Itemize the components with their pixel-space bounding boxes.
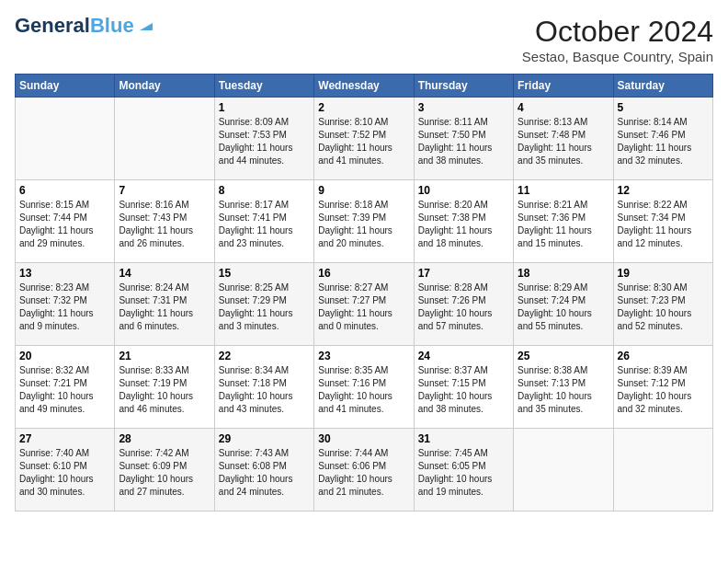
calendar-week-row: 20Sunrise: 8:32 AMSunset: 7:21 PMDayligh… bbox=[16, 346, 713, 429]
calendar-cell: 16Sunrise: 8:27 AMSunset: 7:27 PMDayligh… bbox=[314, 263, 414, 346]
day-info: Sunrise: 7:43 AMSunset: 6:08 PMDaylight:… bbox=[219, 447, 310, 499]
day-info: Sunrise: 7:44 AMSunset: 6:06 PMDaylight:… bbox=[318, 447, 409, 499]
day-number: 4 bbox=[518, 101, 609, 114]
day-number: 21 bbox=[119, 350, 210, 362]
day-number: 10 bbox=[418, 184, 509, 197]
calendar-cell: 18Sunrise: 8:29 AMSunset: 7:24 PMDayligh… bbox=[514, 263, 613, 346]
day-info: Sunrise: 8:30 AMSunset: 7:23 PMDaylight:… bbox=[618, 282, 709, 333]
day-info: Sunrise: 8:24 AMSunset: 7:31 PMDaylight:… bbox=[119, 282, 210, 333]
day-number: 31 bbox=[418, 432, 509, 445]
day-info: Sunrise: 8:35 AMSunset: 7:16 PMDaylight:… bbox=[318, 364, 409, 416]
calendar-week-row: 13Sunrise: 8:23 AMSunset: 7:32 PMDayligh… bbox=[16, 263, 713, 346]
day-header-wednesday: Wednesday bbox=[314, 75, 414, 98]
day-info: Sunrise: 8:25 AMSunset: 7:29 PMDaylight:… bbox=[219, 282, 310, 333]
day-header-sunday: Sunday bbox=[16, 75, 115, 98]
day-header-saturday: Saturday bbox=[613, 75, 712, 98]
day-info: Sunrise: 8:17 AMSunset: 7:41 PMDaylight:… bbox=[219, 199, 310, 250]
day-info: Sunrise: 8:11 AMSunset: 7:50 PMDaylight:… bbox=[418, 116, 509, 167]
day-number: 28 bbox=[119, 432, 210, 445]
day-info: Sunrise: 8:22 AMSunset: 7:34 PMDaylight:… bbox=[618, 199, 709, 250]
logo: GeneralBlue bbox=[15, 15, 156, 37]
day-info: Sunrise: 8:38 AMSunset: 7:13 PMDaylight:… bbox=[518, 364, 609, 416]
day-info: Sunrise: 8:20 AMSunset: 7:38 PMDaylight:… bbox=[418, 199, 509, 250]
calendar-cell: 17Sunrise: 8:28 AMSunset: 7:26 PMDayligh… bbox=[414, 263, 513, 346]
calendar-cell: 20Sunrise: 8:32 AMSunset: 7:21 PMDayligh… bbox=[16, 346, 115, 429]
svg-marker-0 bbox=[140, 23, 153, 30]
calendar-cell: 24Sunrise: 8:37 AMSunset: 7:15 PMDayligh… bbox=[414, 346, 513, 429]
logo-text: GeneralBlue bbox=[15, 15, 134, 37]
day-number: 14 bbox=[119, 267, 210, 280]
day-info: Sunrise: 7:42 AMSunset: 6:09 PMDaylight:… bbox=[119, 447, 210, 499]
day-info: Sunrise: 8:39 AMSunset: 7:12 PMDaylight:… bbox=[618, 364, 709, 416]
title-block: October 2024 Sestao, Basque Country, Spa… bbox=[522, 15, 713, 64]
calendar-cell: 5Sunrise: 8:14 AMSunset: 7:46 PMDaylight… bbox=[613, 98, 712, 180]
calendar-cell: 19Sunrise: 8:30 AMSunset: 7:23 PMDayligh… bbox=[613, 263, 712, 346]
day-number: 9 bbox=[318, 184, 409, 197]
location: Sestao, Basque Country, Spain bbox=[522, 49, 713, 64]
calendar-cell: 30Sunrise: 7:44 AMSunset: 6:06 PMDayligh… bbox=[314, 429, 414, 511]
day-number: 1 bbox=[219, 101, 310, 114]
day-info: Sunrise: 8:23 AMSunset: 7:32 PMDaylight:… bbox=[19, 282, 110, 333]
day-info: Sunrise: 8:10 AMSunset: 7:52 PMDaylight:… bbox=[318, 116, 409, 167]
day-info: Sunrise: 8:33 AMSunset: 7:19 PMDaylight:… bbox=[119, 364, 210, 416]
calendar-body: 1Sunrise: 8:09 AMSunset: 7:53 PMDaylight… bbox=[16, 98, 713, 511]
calendar-cell: 15Sunrise: 8:25 AMSunset: 7:29 PMDayligh… bbox=[214, 263, 313, 346]
day-info: Sunrise: 8:34 AMSunset: 7:18 PMDaylight:… bbox=[219, 364, 310, 416]
day-number: 27 bbox=[19, 432, 110, 445]
calendar-cell bbox=[613, 429, 712, 511]
day-number: 19 bbox=[618, 267, 709, 280]
calendar-cell: 11Sunrise: 8:21 AMSunset: 7:36 PMDayligh… bbox=[514, 180, 613, 263]
day-info: Sunrise: 8:09 AMSunset: 7:53 PMDaylight:… bbox=[219, 116, 310, 167]
calendar-cell: 28Sunrise: 7:42 AMSunset: 6:09 PMDayligh… bbox=[115, 429, 214, 511]
calendar-cell: 22Sunrise: 8:34 AMSunset: 7:18 PMDayligh… bbox=[214, 346, 313, 429]
day-number: 22 bbox=[219, 350, 310, 362]
calendar-cell: 14Sunrise: 8:24 AMSunset: 7:31 PMDayligh… bbox=[115, 263, 214, 346]
day-info: Sunrise: 8:18 AMSunset: 7:39 PMDaylight:… bbox=[318, 199, 409, 250]
day-number: 30 bbox=[318, 432, 409, 445]
day-info: Sunrise: 8:14 AMSunset: 7:46 PMDaylight:… bbox=[618, 116, 709, 167]
calendar-week-row: 6Sunrise: 8:15 AMSunset: 7:44 PMDaylight… bbox=[16, 180, 713, 263]
day-info: Sunrise: 8:21 AMSunset: 7:36 PMDaylight:… bbox=[518, 199, 609, 250]
day-info: Sunrise: 7:40 AMSunset: 6:10 PMDaylight:… bbox=[19, 447, 110, 499]
calendar-week-row: 27Sunrise: 7:40 AMSunset: 6:10 PMDayligh… bbox=[16, 429, 713, 511]
day-number: 12 bbox=[618, 184, 709, 197]
day-header-friday: Friday bbox=[514, 75, 613, 98]
calendar-cell: 10Sunrise: 8:20 AMSunset: 7:38 PMDayligh… bbox=[414, 180, 513, 263]
day-number: 26 bbox=[618, 350, 709, 362]
calendar-cell: 7Sunrise: 8:16 AMSunset: 7:43 PMDaylight… bbox=[115, 180, 214, 263]
calendar-cell: 3Sunrise: 8:11 AMSunset: 7:50 PMDaylight… bbox=[414, 98, 513, 180]
calendar-header-row: SundayMondayTuesdayWednesdayThursdayFrid… bbox=[16, 75, 713, 98]
day-info: Sunrise: 8:28 AMSunset: 7:26 PMDaylight:… bbox=[418, 282, 509, 333]
calendar-cell bbox=[115, 98, 214, 180]
day-number: 7 bbox=[119, 184, 210, 197]
day-info: Sunrise: 7:45 AMSunset: 6:05 PMDaylight:… bbox=[418, 447, 509, 499]
day-number: 11 bbox=[518, 184, 609, 197]
calendar-week-row: 1Sunrise: 8:09 AMSunset: 7:53 PMDaylight… bbox=[16, 98, 713, 180]
calendar-cell: 13Sunrise: 8:23 AMSunset: 7:32 PMDayligh… bbox=[16, 263, 115, 346]
day-number: 23 bbox=[318, 350, 409, 362]
calendar-cell: 8Sunrise: 8:17 AMSunset: 7:41 PMDaylight… bbox=[214, 180, 313, 263]
day-info: Sunrise: 8:13 AMSunset: 7:48 PMDaylight:… bbox=[518, 116, 609, 167]
calendar-cell: 6Sunrise: 8:15 AMSunset: 7:44 PMDaylight… bbox=[16, 180, 115, 263]
calendar-cell: 2Sunrise: 8:10 AMSunset: 7:52 PMDaylight… bbox=[314, 98, 414, 180]
calendar-cell: 1Sunrise: 8:09 AMSunset: 7:53 PMDaylight… bbox=[214, 98, 313, 180]
day-number: 6 bbox=[19, 184, 110, 197]
calendar-table: SundayMondayTuesdayWednesdayThursdayFrid… bbox=[15, 74, 713, 511]
calendar-cell: 23Sunrise: 8:35 AMSunset: 7:16 PMDayligh… bbox=[314, 346, 414, 429]
page-header: GeneralBlue October 2024 Sestao, Basque … bbox=[15, 15, 713, 64]
logo-icon bbox=[136, 14, 156, 34]
day-header-tuesday: Tuesday bbox=[214, 75, 313, 98]
day-number: 17 bbox=[418, 267, 509, 280]
day-number: 13 bbox=[19, 267, 110, 280]
day-info: Sunrise: 8:15 AMSunset: 7:44 PMDaylight:… bbox=[19, 199, 110, 250]
day-number: 8 bbox=[219, 184, 310, 197]
calendar-cell bbox=[16, 98, 115, 180]
day-info: Sunrise: 8:29 AMSunset: 7:24 PMDaylight:… bbox=[518, 282, 609, 333]
day-number: 20 bbox=[19, 350, 110, 362]
calendar-cell bbox=[514, 429, 613, 511]
day-number: 5 bbox=[618, 101, 709, 114]
calendar-cell: 4Sunrise: 8:13 AMSunset: 7:48 PMDaylight… bbox=[514, 98, 613, 180]
month-title: October 2024 bbox=[522, 15, 713, 49]
calendar-cell: 27Sunrise: 7:40 AMSunset: 6:10 PMDayligh… bbox=[16, 429, 115, 511]
day-number: 29 bbox=[219, 432, 310, 445]
